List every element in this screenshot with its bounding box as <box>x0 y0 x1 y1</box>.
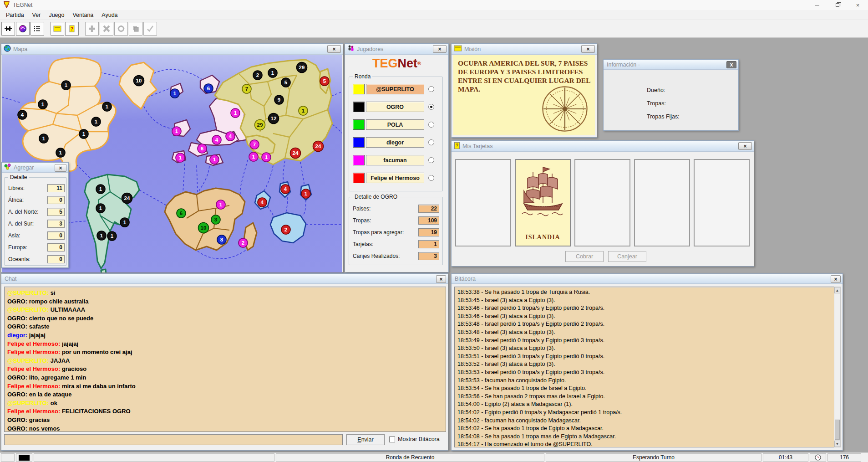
cards-icon[interactable]: ? <box>65 22 79 36</box>
close-button[interactable]: × <box>848 0 868 10</box>
info-label: Dueño: <box>647 87 665 93</box>
scroll-thumb[interactable] <box>835 420 840 440</box>
cards-icon: ? <box>454 142 460 151</box>
tarjetas-titlebar[interactable]: ? Mis Tarjetas × <box>452 141 754 152</box>
player-color-swatch <box>353 119 365 130</box>
end-turn-icon[interactable] <box>143 22 157 36</box>
player-radio[interactable] <box>428 86 434 92</box>
chat-titlebar[interactable]: Chat × <box>1 274 448 284</box>
army-count: 1 <box>302 108 305 113</box>
army-count: 1 <box>305 191 308 196</box>
army-count: 1 <box>271 70 274 76</box>
chat-message: diegor: jajajaj <box>7 331 443 340</box>
mision-titlebar[interactable]: Misión × <box>452 44 597 55</box>
army-count: 24 <box>124 195 130 201</box>
bitacora-log-list[interactable]: 18:53:38 - Se ha pasado 1 tropa de Turqu… <box>454 287 835 447</box>
add-troops-icon[interactable] <box>85 22 99 36</box>
mission-note-icon <box>454 45 462 53</box>
card-slot-3[interactable] <box>574 159 630 246</box>
info-label: Tropas: <box>647 100 666 107</box>
jugadores-close-icon[interactable]: × <box>433 45 447 53</box>
agregar-titlebar[interactable]: Agregar × <box>2 163 68 173</box>
log-entry: 18:53:53 - Israel perdió 0 tropa/s y Egi… <box>457 369 832 377</box>
cobrar-button[interactable]: Cobrar <box>565 251 604 262</box>
tarjetas-close-icon[interactable]: × <box>738 142 752 150</box>
menu-juego[interactable]: Juego <box>45 10 68 20</box>
menu-partida[interactable]: Partida <box>2 10 28 20</box>
army-count: 1 <box>100 233 103 238</box>
field-value: 22 <box>418 205 439 213</box>
log-entry: 18:54:08 - Se ha pasado 1 tropa mas de E… <box>457 433 832 441</box>
chat-close-icon[interactable]: × <box>436 275 446 283</box>
field-value: 1 <box>418 240 439 248</box>
network-ball-icon[interactable] <box>16 22 30 36</box>
log-entry: 18:53:52 - Israel (3) ataca a Egipto (3)… <box>457 360 832 369</box>
army-count: 1 <box>106 104 109 109</box>
chat-title: Chat <box>5 276 16 282</box>
mostrar-bitacora-checkbox[interactable] <box>389 436 395 442</box>
mostrar-bitacora-label: Mostrar Bitácora <box>398 436 440 442</box>
player-radio[interactable] <box>428 157 434 163</box>
card-country-label: ISLANDIA <box>516 234 570 241</box>
player-name: Felipe el Hermoso <box>366 173 424 183</box>
pass-troops-icon[interactable] <box>129 22 142 36</box>
player-radio[interactable] <box>428 139 434 145</box>
log-entry: 18:53:46 - Israel (3) ataca a Egipto (3)… <box>457 313 832 321</box>
enviar-button[interactable]: Enviar <box>346 434 385 445</box>
card-slot-4[interactable] <box>634 159 690 246</box>
menu-ver[interactable]: Ver <box>28 10 45 20</box>
chat-message: @SUPERLITO: ULTIMAAAA <box>7 306 443 314</box>
card-slot-5[interactable] <box>694 159 750 246</box>
chat-message-list[interactable]: @SUPERLITO: siOGRO: rompo chile australi… <box>4 287 446 432</box>
player-radio[interactable] <box>428 104 434 110</box>
minimize-button[interactable] <box>807 0 827 10</box>
card-slot-2-islandia[interactable]: ISLANDIA <box>515 159 571 246</box>
field-label: Tropas para agregar: <box>353 229 404 236</box>
army-count: 1 <box>59 150 62 155</box>
player-radio[interactable] <box>428 175 434 181</box>
chat-message: Felipe el Hermoso: por un momento crei a… <box>7 348 443 357</box>
chat-message: OGRO: en la de ataque <box>7 390 443 399</box>
army-count: 29 <box>299 65 305 70</box>
list-icon[interactable] <box>30 22 44 36</box>
army-count: 4 <box>215 137 218 143</box>
field-label: Tropas: <box>353 217 371 224</box>
main-titlebar: TEGNet × <box>0 0 868 10</box>
field-value: 5 <box>47 208 65 216</box>
card-slot-1[interactable] <box>455 159 511 246</box>
field-value: 0 <box>47 255 65 263</box>
log-entry: 18:53:38 - Se ha pasado 1 tropa de Turqu… <box>457 288 832 297</box>
bitacora-titlebar[interactable]: Bitácora × <box>452 274 843 284</box>
menu-ventana[interactable]: Ventana <box>68 10 97 20</box>
scroll-up-icon[interactable]: ▲ <box>834 287 840 293</box>
mapa-titlebar[interactable]: Mapa × <box>1 44 343 55</box>
chat-input[interactable] <box>4 434 343 445</box>
jugadores-titlebar[interactable]: Jugadores × <box>345 44 448 55</box>
mission-note-icon[interactable] <box>51 22 64 36</box>
army-count: 12 <box>271 116 277 121</box>
mapa-close-icon[interactable]: × <box>327 45 341 53</box>
player-radio[interactable] <box>428 122 434 128</box>
player-name: POLA <box>366 119 424 130</box>
log-entry: 18:54:00 - Egipto (2) ataca a Madagascar… <box>457 400 832 409</box>
army-count: 6 <box>180 210 183 216</box>
mision-close-icon[interactable]: × <box>581 45 595 53</box>
info-label: Tropas Fijas: <box>647 113 680 120</box>
bitacora-close-icon[interactable]: × <box>831 275 841 283</box>
exchange-icon[interactable] <box>114 22 128 36</box>
informacion-titlebar[interactable]: Información - x <box>604 60 738 70</box>
informacion-title: Información - <box>607 62 640 68</box>
menu-ayuda[interactable]: Ayuda <box>97 10 122 20</box>
field-label: Libres: <box>8 185 25 191</box>
disconnect-icon[interactable] <box>1 22 15 36</box>
attack-icon[interactable] <box>100 22 113 36</box>
informacion-close-icon[interactable]: x <box>726 61 736 68</box>
log-entry: 18:53:46 - Israel perdió 1 tropa/s y Egi… <box>457 304 832 313</box>
restore-button[interactable] <box>827 0 848 10</box>
agregar-close-icon[interactable]: × <box>55 164 66 172</box>
scroll-down-icon[interactable]: ▼ <box>834 441 840 447</box>
canjear-button[interactable]: Canjear <box>608 251 646 262</box>
compass-rose-icon <box>540 84 589 133</box>
bitacora-scrollbar[interactable]: ▲ ▼ <box>834 287 841 447</box>
field-value: 109 <box>418 216 439 225</box>
